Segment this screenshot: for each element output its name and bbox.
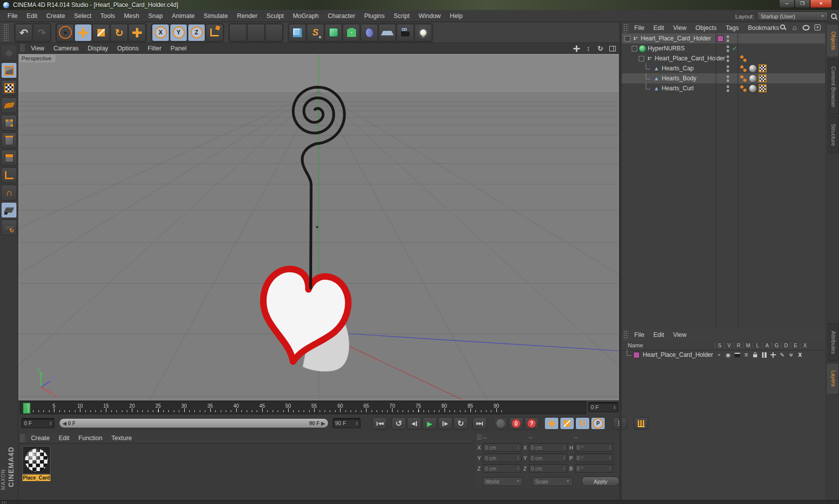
toolbar-drag-handle[interactable] (3, 23, 8, 41)
autokey-question-button[interactable] (524, 417, 539, 430)
view-label[interactable]: Perspective (19, 55, 55, 62)
object-name[interactable]: Hearts_Cap (662, 65, 694, 72)
object-row-hearts_cap[interactable]: ▲Hearts_Cap (622, 63, 825, 73)
dots-tag[interactable] (740, 65, 747, 72)
position-x-field[interactable]: 0 cm▲ ▼ (483, 443, 521, 452)
solo-toggle[interactable] (715, 351, 724, 359)
prev-key-button[interactable] (392, 417, 406, 430)
add-deformer-button[interactable] (361, 24, 378, 41)
lock-x-button[interactable]: X (152, 24, 169, 41)
timeline-ruler[interactable]: 051015202530354045505560657075808590 (20, 401, 586, 414)
uvw-tag[interactable] (759, 64, 767, 72)
apply-button[interactable]: Apply (582, 477, 619, 486)
menu-item-sculpt[interactable]: Sculpt (262, 11, 288, 21)
add-camera-button[interactable] (397, 24, 414, 41)
tab-content-browser[interactable]: Content Browser (827, 59, 839, 115)
uvw-tag[interactable] (759, 84, 767, 92)
object-row-hearts_curl[interactable]: ▲Hearts_Curl (622, 83, 825, 93)
model-mode-button[interactable] (1, 62, 17, 78)
visibility-dots[interactable] (726, 75, 730, 82)
object-row-hypernurbs[interactable]: -HyperNURBS✓ (622, 43, 825, 53)
texture-mode-button[interactable] (1, 80, 17, 96)
dots-tag[interactable] (740, 85, 747, 92)
object-row-hearts_body[interactable]: ▲Hearts_Body (622, 73, 825, 83)
preview-range-slider[interactable]: ◀ 0 F 90 F ▶ (59, 418, 329, 428)
coordinate-space-dropdown[interactable]: World▼ (482, 477, 523, 486)
rotate-button[interactable] (110, 24, 128, 41)
object-manager-handle[interactable] (623, 23, 628, 32)
menu-item-objects[interactable]: Objects (691, 23, 721, 33)
menu-item-bookmarks[interactable]: Bookmarks (743, 23, 784, 33)
last-tool-move-button[interactable] (128, 24, 146, 41)
menu-item-create[interactable]: Create (26, 433, 54, 443)
rotation-h-field[interactable]: 0 °▲ ▼ (575, 443, 613, 452)
t-rotate-button[interactable] (575, 417, 590, 430)
object-name[interactable]: Heart_Place_Card_Holder (641, 35, 711, 42)
menu-item-view[interactable]: View (669, 330, 691, 340)
next-frame-button[interactable] (438, 417, 452, 430)
size-x-field[interactable]: 0 cm▲ ▼ (529, 443, 567, 452)
visibility-dots[interactable] (726, 55, 730, 62)
menu-item-snap[interactable]: Snap (144, 11, 167, 21)
menu-item-file[interactable]: File (3, 11, 22, 21)
toggle-views-icon[interactable] (609, 46, 616, 51)
frame-start-field[interactable]: 0 F ▲ ▼ (21, 418, 54, 428)
play-button[interactable] (422, 417, 437, 430)
texture-tag[interactable] (749, 84, 757, 93)
render-toggle[interactable] (733, 351, 742, 359)
animation-toggle[interactable] (760, 351, 769, 359)
object-name[interactable]: HyperNURBS (648, 45, 685, 52)
layer-color-chip[interactable] (633, 352, 640, 358)
axis-mode-button[interactable] (1, 167, 17, 183)
current-frame-field[interactable]: 0 F ▲ ▼ (588, 402, 618, 412)
menu-item-simulate[interactable]: Simulate (199, 11, 233, 21)
material-name[interactable]: Place_Card (22, 475, 50, 481)
polygons-mode-button[interactable] (1, 150, 17, 166)
menu-item-edit[interactable]: Edit (649, 330, 669, 340)
object-name[interactable]: Hearts_Curl (662, 85, 694, 92)
texture-tag[interactable] (749, 74, 757, 83)
menu-item-edit[interactable]: Edit (54, 433, 74, 443)
go-start-button[interactable] (373, 417, 387, 430)
workplane-mode-button[interactable] (1, 97, 17, 113)
expand-icon[interactable]: - (639, 56, 644, 61)
material-thumbnail[interactable] (22, 446, 50, 474)
position-z-field[interactable]: 0 cm▲ ▼ (483, 464, 521, 473)
live-selection-button[interactable] (56, 24, 74, 41)
uvw-tag[interactable] (759, 74, 767, 82)
menu-item-help[interactable]: Help (445, 11, 467, 21)
menu-item-create[interactable]: Create (42, 11, 70, 21)
menu-item-edit[interactable]: Edit (649, 23, 669, 33)
visibility-dots[interactable] (726, 85, 730, 92)
move-button[interactable] (74, 24, 92, 41)
add-light-button[interactable] (415, 24, 432, 41)
layer-color-chip[interactable] (717, 35, 724, 42)
layer-row[interactable]: Heart_Place_Card_Holder (622, 350, 825, 360)
layout-select[interactable]: Startup (User) ▼ (757, 11, 828, 21)
next-key-button[interactable] (453, 417, 468, 430)
layers-menu-handle[interactable] (623, 330, 628, 339)
render-view-button[interactable] (229, 24, 247, 41)
tab-structure[interactable]: Structure (827, 116, 839, 154)
menu-item-view[interactable]: View (26, 43, 49, 53)
menu-item-character[interactable]: Character (323, 11, 360, 21)
size-z-field[interactable]: 0 cm▲ ▼ (529, 464, 567, 473)
t-param-button[interactable] (591, 417, 605, 430)
add-floor-button[interactable] (379, 24, 396, 41)
scale-button[interactable] (92, 24, 110, 41)
menu-item-window[interactable]: Window (414, 11, 445, 21)
rotate-workplane-button[interactable] (1, 220, 17, 236)
pan-view-icon[interactable] (573, 45, 580, 52)
visibility-dots[interactable] (726, 45, 730, 52)
menu-item-panel[interactable]: Panel (166, 43, 191, 53)
menu-item-mograph[interactable]: MoGraph (288, 11, 323, 21)
snap-button[interactable] (1, 185, 17, 201)
status-bar-handle[interactable] (1, 501, 6, 504)
size-y-field[interactable]: 0 cm▲ ▼ (529, 454, 567, 462)
rotation-b-field[interactable]: 0 °▲ ▼ (575, 464, 613, 473)
spinner-arrows[interactable]: ▲ ▼ (356, 421, 358, 425)
lock-toggle[interactable] (751, 351, 760, 359)
menu-item-tools[interactable]: Tools (96, 11, 119, 21)
render-picture-viewer-button[interactable] (247, 24, 265, 41)
enabled-check-icon[interactable]: ✓ (732, 45, 737, 52)
